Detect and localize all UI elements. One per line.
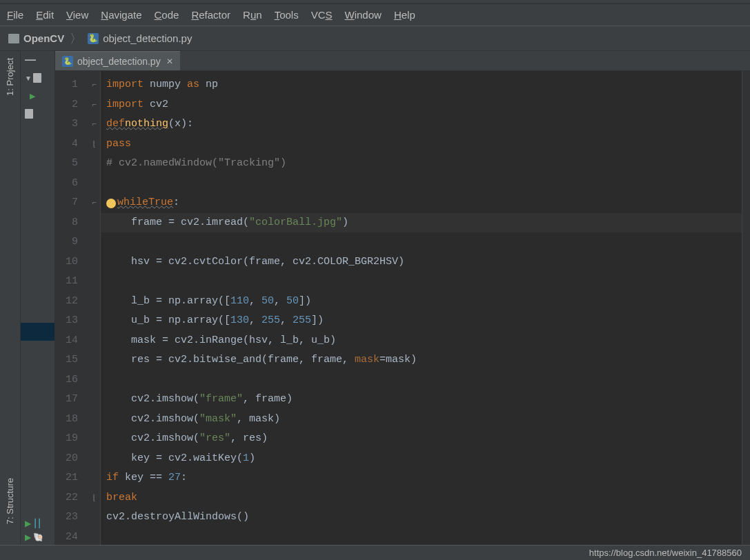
menu-bar: FileEditViewNavigateCodeRefactorRunTools… — [0, 4, 750, 26]
python-file-icon: 🐍 — [88, 33, 99, 44]
breadcrumb-file[interactable]: object_detection.py — [103, 32, 192, 44]
editor-tab[interactable]: 🐍 object_detection.py ✕ — [55, 51, 180, 70]
menu-window[interactable]: Window — [345, 9, 382, 21]
code-line[interactable]: frame = cv2.imread("colorBall.jpg") — [101, 213, 742, 233]
project-tree-collapsed: — ▼ ▶ ▶ ⎮⎮ ▶ 🐚 — [21, 51, 55, 545]
error-stripe — [742, 71, 750, 547]
menu-run[interactable]: Run — [243, 9, 262, 21]
fold-gutter: ⌐⌐⌐⌊⌐⌊ — [88, 71, 101, 547]
chevron-right-icon: 〉 — [70, 30, 82, 47]
menu-navigate[interactable]: Navigate — [101, 9, 141, 21]
folder-icon — [8, 34, 19, 43]
editor-wrapper: 🐍 object_detection.py ✕ 1234567891011121… — [55, 51, 750, 545]
status-bar: https://blog.csdn.net/weixin_41788560 — [0, 545, 750, 560]
code-editor[interactable]: 123456789101112131415161718192021222324 … — [55, 71, 750, 547]
code-line[interactable]: def nothing(x): — [106, 114, 742, 134]
menu-code[interactable]: Code — [155, 9, 179, 21]
python-file-icon: 🐍 — [62, 56, 73, 67]
menu-file[interactable]: File — [7, 9, 23, 21]
project-tool-button[interactable]: 1: Project — [5, 58, 15, 96]
code-line[interactable]: break — [106, 488, 742, 508]
fold-toggle-icon[interactable]: ⌐ — [92, 193, 97, 213]
left-tool-strip: 1: Project 7: Structure — [0, 51, 21, 545]
code-line[interactable]: hsv = cv2.cvtColor(frame, cv2.COLOR_BGR2… — [106, 252, 742, 272]
run-config-node[interactable]: ▶ — [21, 87, 55, 105]
code-line[interactable]: if key == 27: — [106, 468, 742, 488]
code-line[interactable]: u_b = np.array([130, 255, 255]) — [106, 311, 742, 331]
code-line[interactable] — [106, 370, 742, 390]
fold-toggle-icon[interactable]: ⌊ — [92, 134, 97, 154]
code-line[interactable]: cv2.imshow("mask", mask) — [106, 410, 742, 430]
code-line[interactable] — [106, 174, 742, 194]
close-icon[interactable]: ✕ — [166, 57, 173, 66]
debug-icon[interactable]: ▶ 🐚 — [25, 532, 43, 542]
code-line[interactable]: cv2.imshow("res", res) — [106, 429, 742, 449]
bottom-tool-icons: ▶ ⎮⎮ ▶ 🐚 — [25, 519, 43, 542]
main-area: 1: Project 7: Structure — ▼ ▶ ▶ ⎮⎮ ▶ 🐚 🐍… — [0, 51, 750, 545]
menu-edit[interactable]: Edit — [36, 9, 54, 21]
line-number-gutter: 123456789101112131415161718192021222324 — [55, 71, 88, 547]
fold-toggle-icon[interactable]: ⌊ — [92, 488, 97, 508]
code-line[interactable]: res = cv2.bitwise_and(frame, frame, mask… — [106, 350, 742, 370]
code-line[interactable]: # cv2.namedWindow("Tracking") — [106, 154, 742, 174]
code-line[interactable]: pass — [106, 134, 742, 154]
code-line[interactable] — [106, 272, 742, 292]
tab-bar: 🐍 object_detection.py ✕ — [55, 51, 750, 71]
breadcrumb-bar: OpenCV 〉 🐍 object_detection.py — [0, 26, 750, 51]
code-line[interactable]: cv2.imshow("frame", frame) — [106, 390, 742, 410]
menu-vcs[interactable]: VCS — [311, 9, 333, 21]
code-line[interactable]: cv2.destroyAllWindows() — [106, 508, 742, 528]
code-line[interactable]: mask = cv2.inRange(hsv, l_b, u_b) — [106, 331, 742, 351]
code-line[interactable] — [106, 528, 742, 548]
structure-tool-button[interactable]: 7: Structure — [5, 478, 15, 524]
menu-view[interactable]: View — [66, 9, 88, 21]
code-line[interactable]: key = cv2.waitKey(1) — [106, 449, 742, 469]
selected-node[interactable] — [21, 323, 55, 341]
code-line[interactable]: import numpy as np — [106, 75, 742, 95]
fold-toggle-icon[interactable]: ⌐ — [92, 114, 97, 134]
menu-tools[interactable]: Tools — [275, 9, 299, 21]
fold-toggle-icon[interactable]: ⌐ — [92, 75, 97, 95]
run-icon[interactable]: ▶ ⎮⎮ — [25, 519, 43, 528]
fold-toggle-icon[interactable]: ⌐ — [92, 95, 97, 115]
intention-bulb-icon[interactable] — [106, 199, 116, 208]
code-line[interactable]: while True: — [106, 193, 742, 213]
folder-node[interactable] — [21, 105, 55, 123]
menu-refactor[interactable]: Refactor — [191, 9, 230, 21]
collapse-button[interactable]: — — [21, 51, 55, 69]
code-line[interactable]: import cv2 — [106, 95, 742, 115]
code-line[interactable] — [106, 232, 742, 252]
watermark-text: https://blog.csdn.net/weixin_41788560 — [589, 548, 742, 558]
tab-label: object_detection.py — [77, 56, 161, 67]
code-line[interactable]: l_b = np.array([110, 50, 50]) — [106, 292, 742, 312]
menu-help[interactable]: Help — [394, 9, 415, 21]
project-root-node[interactable]: ▼ — [21, 69, 55, 87]
code-area[interactable]: import numpy as npimport cv2def nothing(… — [101, 71, 742, 547]
breadcrumb-project[interactable]: OpenCV — [23, 32, 64, 44]
